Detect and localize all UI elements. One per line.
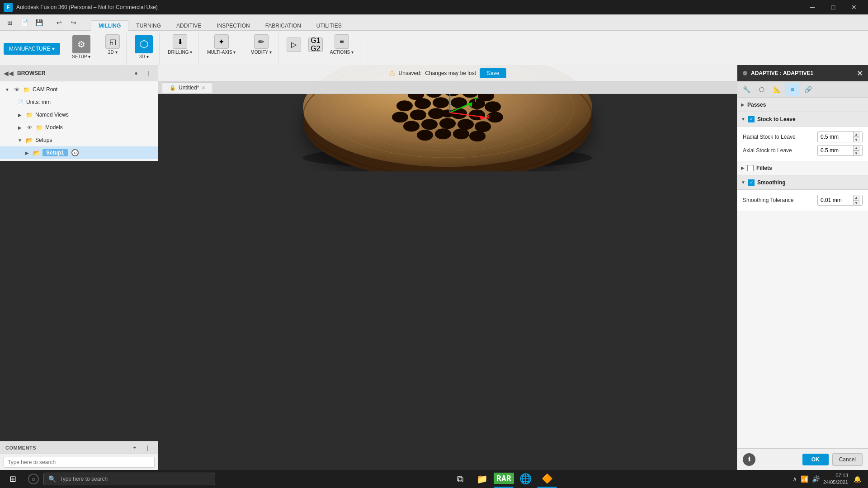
simulate-button[interactable]: ▷ — [284, 37, 304, 53]
task-view-button[interactable]: ⧉ — [450, 470, 470, 488]
axial-stl-row: Axial Stock to Leave ▲ ▼ — [743, 144, 863, 157]
file-explorer-icon: 📁 — [476, 474, 488, 484]
stock-to-leave-header[interactable]: ▼ ✓ Stock to Leave — [737, 112, 868, 127]
smoothing-tolerance-input[interactable] — [821, 197, 852, 203]
2d-pocket-button[interactable]: ◱ 2D ▾ — [103, 33, 123, 56]
tree-item-setup1[interactable]: ▶ 📂 Setup1 ⊙ — [0, 146, 158, 159]
search-icon: 🔍 — [48, 475, 56, 483]
tab-additive[interactable]: ADDITIVE — [169, 20, 209, 31]
panel-tab-heights[interactable]: 📐 — [770, 83, 784, 96]
browser-settings-icon[interactable]: ● — [131, 68, 142, 79]
taskbar-apps: ⧉ 📁 RAR 🌐 🔶 — [215, 470, 793, 488]
comments-add-icon[interactable]: + — [129, 442, 140, 453]
rar-button[interactable]: RAR — [494, 470, 514, 488]
fusion360-button[interactable]: 🔶 — [537, 470, 557, 488]
new-button[interactable]: 📄 — [18, 16, 31, 29]
tree-item-setups[interactable]: ▼ 📂 Setups — [0, 134, 158, 146]
smoothing-tolerance-value-box: ▲ ▼ — [817, 195, 863, 206]
panel-tabs: 🔧 ⬡ 📐 ≡ 🔗 — [737, 81, 868, 98]
browser-collapse-btn[interactable]: ◀◀ — [4, 70, 14, 77]
redo-button[interactable]: ↪ — [67, 16, 80, 29]
panel-tab-passes[interactable]: ≡ — [785, 83, 800, 96]
modify-button[interactable]: ✏ MODIFY ▾ — [248, 33, 274, 56]
axial-stl-spin-down[interactable]: ▼ — [853, 150, 859, 156]
cancel-button[interactable]: Cancel — [832, 453, 863, 466]
taskbar-search[interactable]: 🔍 Type here to search — [43, 473, 215, 485]
close-button[interactable]: ✕ — [844, 0, 864, 14]
smoothing-tolerance-spin-up[interactable]: ▲ — [853, 195, 859, 200]
comments-input[interactable] — [4, 457, 155, 468]
manufacture-button[interactable]: MANUFACTURE ▾ — [4, 43, 60, 55]
panel-tab-geometry[interactable]: ⬡ — [755, 83, 769, 96]
axial-stl-label: Axial Stock to Leave — [743, 147, 814, 154]
setup1-target-icon: ⊙ — [71, 149, 79, 156]
notification-button[interactable]: 🔔 — [852, 470, 863, 488]
tab-close-icon[interactable]: ✕ — [202, 85, 205, 90]
chrome-button[interactable]: 🌐 — [515, 470, 535, 488]
save-button[interactable]: Save — [480, 68, 506, 78]
tab-fabrication[interactable]: FABRICATION — [258, 20, 309, 31]
viewport-tab-untitled[interactable]: 🔒 Untitled* ✕ — [162, 82, 213, 93]
tree-item-named-views[interactable]: ▶ 📁 Named Views — [0, 108, 158, 121]
smoothing-tolerance-row: Smoothing Tolerance ▲ ▼ — [743, 193, 863, 207]
tree-item-models[interactable]: ▶ 👁 📁 Models — [0, 121, 158, 134]
setup-icon: ⚙ — [72, 35, 90, 53]
info-button[interactable]: ℹ — [743, 453, 755, 466]
network-icon[interactable]: 📶 — [801, 475, 808, 483]
browser-more-icon[interactable]: | — [143, 68, 154, 79]
tab-inspection[interactable]: INSPECTION — [209, 20, 257, 31]
start-button[interactable]: ⊞ — [2, 470, 24, 488]
setup-button[interactable]: ⚙ SETUP ▾ — [69, 33, 93, 61]
actions-button[interactable]: G1G2 — [306, 37, 326, 53]
ok-button[interactable]: OK — [802, 454, 829, 465]
panel-tab-tool[interactable]: 🔧 — [739, 83, 754, 96]
tab-turning[interactable]: TURNING — [128, 20, 169, 31]
clock-time: 07:13 — [823, 472, 848, 479]
file-explorer-button[interactable]: 📁 — [472, 470, 492, 488]
panel-close-button[interactable]: ✕ — [857, 69, 863, 78]
tree-item-cam-root[interactable]: ▼ 👁 📁 CAM Root — [0, 83, 158, 96]
3d-viewport[interactable]: ⚠ Unsaved: Changes may be lost Save 🔒 Un… — [158, 65, 737, 470]
radial-stl-input[interactable] — [821, 134, 852, 140]
drilling-button[interactable]: ⬇ DRILLING ▾ — [165, 33, 195, 56]
clock[interactable]: 07:13 24/05/2021 — [823, 472, 848, 486]
tab-milling[interactable]: MILLING — [91, 20, 128, 31]
visibility-icon: 👁 — [13, 85, 21, 94]
fillets-section-header[interactable]: ▶ Fillets — [737, 161, 868, 175]
smoothing-tolerance-spin-down[interactable]: ▼ — [853, 200, 859, 206]
maximize-button[interactable]: □ — [823, 0, 844, 14]
tray-chevron-icon[interactable]: ∧ — [793, 475, 797, 483]
undo-button[interactable]: ↩ — [53, 16, 66, 29]
cortana-button[interactable]: ○ — [24, 470, 43, 488]
cam-root-icon: 📁 — [23, 85, 31, 94]
app-menu-button[interactable]: ⊞ — [4, 16, 16, 29]
svg-point-13 — [396, 100, 413, 111]
fillets-checkbox[interactable] — [747, 165, 754, 171]
panel-tab-linking[interactable]: 🔗 — [801, 83, 815, 96]
volume-icon[interactable]: 🔊 — [812, 475, 820, 483]
minimize-button[interactable]: ─ — [802, 0, 823, 14]
svg-point-26 — [403, 121, 420, 131]
comments-header: COMMENTS + | — [0, 441, 158, 454]
radial-stl-spin-up[interactable]: ▲ — [853, 131, 859, 137]
stl-checkbox[interactable]: ✓ — [748, 116, 755, 122]
save-quick-button[interactable]: 💾 — [33, 16, 45, 29]
multiaxis-button[interactable]: ✦ MULTI-AXIS ▾ — [204, 33, 238, 56]
tab-utilities[interactable]: UTILITIES — [309, 20, 349, 31]
axial-stl-spin-up[interactable]: ▲ — [853, 145, 859, 150]
setups-label: Setups — [35, 137, 52, 143]
post-button[interactable]: ≡ ACTIONS ▾ — [327, 33, 356, 56]
3d-adaptive-button[interactable]: ⬡ 3D ▾ — [132, 33, 156, 61]
comments-more-icon[interactable]: | — [142, 442, 153, 453]
3d-adaptive-icon: ⬡ — [135, 35, 153, 53]
svg-point-18 — [485, 101, 501, 112]
smoothing-checkbox[interactable]: ✓ — [748, 179, 755, 186]
stl-chevron-icon: ▼ — [741, 117, 745, 122]
smoothing-header[interactable]: ▼ ✓ Smoothing — [737, 175, 868, 190]
tree-item-units[interactable]: 📄 Units: mm — [0, 96, 158, 108]
svg-text:Y: Y — [474, 97, 477, 103]
axial-stl-input[interactable] — [821, 147, 852, 154]
units-label: Units: mm — [26, 99, 51, 105]
passes-section-header[interactable]: ▶ Passes — [737, 98, 868, 112]
radial-stl-spin-down[interactable]: ▼ — [853, 137, 859, 142]
